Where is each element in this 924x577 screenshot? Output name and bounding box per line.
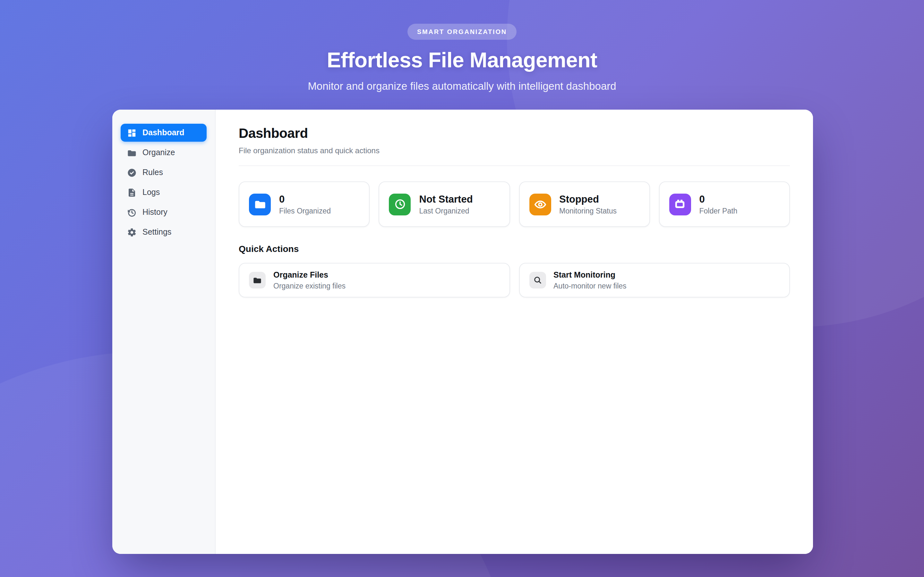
sidebar-item-dashboard[interactable]: Dashboard	[121, 124, 207, 142]
desktop-background: SMART ORGANIZATION Effortless File Manag…	[0, 0, 924, 577]
stat-label: Monitoring Status	[559, 207, 617, 215]
stats-row: 0 Files Organized Not Started Last Organ…	[239, 181, 790, 227]
stat-card-monitoring-status: Stopped Monitoring Status	[519, 181, 650, 227]
smart-organization-badge: SMART ORGANIZATION	[407, 24, 517, 40]
quick-action-subtitle: Organize existing files	[273, 282, 346, 290]
quick-action-title: Organize Files	[273, 271, 346, 280]
sidebar-item-label: Rules	[142, 168, 163, 177]
document-icon	[127, 187, 137, 197]
sidebar-item-settings[interactable]: Settings	[121, 223, 207, 241]
sidebar-item-label: History	[142, 208, 168, 217]
sidebar-item-label: Dashboard	[142, 128, 184, 137]
dashboard-grid-icon	[127, 128, 137, 137]
folder-icon	[127, 148, 137, 157]
organize-files-button[interactable]: Organize Files Organize existing files	[239, 263, 510, 298]
stat-card-last-organized: Not Started Last Organized	[379, 181, 510, 227]
quick-action-title: Start Monitoring	[553, 271, 627, 280]
stat-label: Last Organized	[419, 207, 473, 215]
dashboard-subheading: File organization status and quick actio…	[239, 146, 790, 155]
stat-card-folder-path: 0 Folder Path	[659, 181, 790, 227]
stat-value: Stopped	[559, 193, 617, 205]
sidebar-item-logs[interactable]: Logs	[121, 183, 207, 201]
stat-label: Folder Path	[699, 207, 738, 215]
sidebar-item-rules[interactable]: Rules	[121, 163, 207, 181]
eye-icon	[529, 193, 551, 215]
folder-icon	[249, 272, 266, 288]
stat-value: 0	[279, 193, 331, 205]
stat-value: Not Started	[419, 193, 473, 205]
sidebar-item-history[interactable]: History	[121, 203, 207, 221]
quick-actions-heading: Quick Actions	[239, 243, 790, 254]
stat-value: 0	[699, 193, 738, 205]
quick-action-subtitle: Auto-monitor new files	[553, 282, 627, 290]
history-clock-icon	[127, 207, 137, 217]
page-subtitle: Monitor and organize files automatically…	[0, 80, 924, 92]
folder-icon	[249, 193, 271, 215]
sidebar: Dashboard Organize Rules Logs	[112, 110, 216, 554]
hero-header: SMART ORGANIZATION Effortless File Manag…	[0, 0, 924, 92]
stat-label: Files Organized	[279, 207, 331, 215]
start-monitoring-button[interactable]: Start Monitoring Auto-monitor new files	[519, 263, 790, 298]
page-title: Effortless File Management	[0, 48, 924, 73]
clock-icon	[389, 193, 411, 215]
app-window: Dashboard Organize Rules Logs	[112, 110, 813, 554]
dashboard-heading: Dashboard	[239, 126, 790, 141]
sidebar-item-label: Settings	[142, 227, 171, 237]
sidebar-item-label: Logs	[142, 188, 160, 197]
gear-icon	[127, 227, 137, 237]
briefcase-icon	[669, 193, 691, 215]
stat-card-files-organized: 0 Files Organized	[239, 181, 370, 227]
quick-actions-row: Organize Files Organize existing files S…	[239, 263, 790, 298]
search-icon	[529, 272, 546, 288]
sidebar-item-label: Organize	[142, 148, 175, 157]
check-circle-icon	[127, 168, 137, 177]
divider	[239, 165, 790, 166]
sidebar-item-organize[interactable]: Organize	[121, 143, 207, 161]
main-content: Dashboard File organization status and q…	[216, 110, 813, 554]
